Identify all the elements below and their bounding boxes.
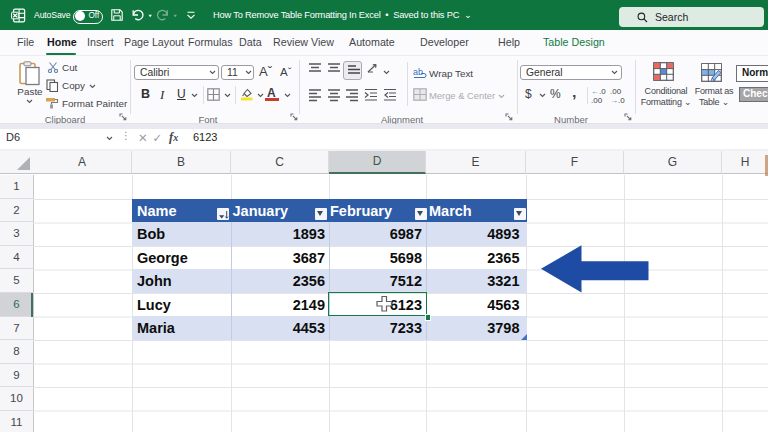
- svg-text:ab: ab: [413, 67, 423, 77]
